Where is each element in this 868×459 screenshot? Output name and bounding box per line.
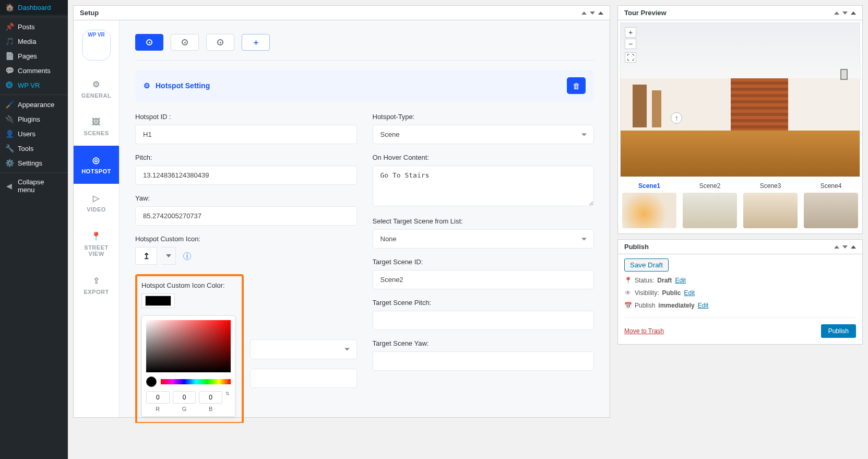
- hidden-select-under-picker[interactable]: [250, 339, 357, 359]
- pitch-label: Pitch:: [135, 154, 357, 161]
- dashboard-icon: 🏠: [5, 3, 14, 11]
- rgb-g-label: G: [173, 406, 196, 412]
- scene-thumb-1[interactable]: Scene1: [622, 182, 676, 228]
- wp-nav-appearance[interactable]: 🖌️Appearance: [0, 97, 68, 112]
- visibility-value: Public: [662, 289, 681, 297]
- wp-nav-settings[interactable]: ⚙️Settings: [0, 156, 68, 170]
- zoom-out-button[interactable]: −: [625, 39, 636, 49]
- wp-nav-collapse[interactable]: ◀Collapse menu: [0, 175, 68, 197]
- hotspot-slot-3-button[interactable]: [206, 34, 234, 51]
- wp-nav-dashboard[interactable]: 🏠Dashboard: [0, 0, 68, 15]
- scene-thumb-4[interactable]: Scene4: [804, 182, 858, 228]
- hover-content-input[interactable]: Go To Stairs: [373, 166, 594, 206]
- wp-nav-media[interactable]: 🎵Media: [0, 34, 68, 49]
- collapse-icon: ◀: [5, 182, 14, 190]
- vtab-video[interactable]: ▷VIDEO: [74, 184, 119, 222]
- vtab-general[interactable]: ⚙GENERAL: [74, 70, 119, 108]
- nav-label: Plugins: [18, 115, 40, 123]
- rgb-mode-toggle[interactable]: ⇅: [225, 391, 231, 412]
- custom-icon-dropdown[interactable]: [161, 247, 176, 265]
- panel-toggle-icon[interactable]: [851, 245, 856, 249]
- hotspot-slot-1-button[interactable]: [135, 34, 163, 51]
- target-scene-id-input[interactable]: [373, 270, 594, 289]
- save-draft-button[interactable]: Save Draft: [624, 258, 669, 272]
- wp-nav-users[interactable]: 👤Users: [0, 126, 68, 141]
- panorama-preview[interactable]: + − ⛶ ↑: [620, 22, 860, 177]
- hotspot-type-label: Hotspot-Type:: [373, 113, 594, 121]
- rgb-g-input[interactable]: [173, 391, 196, 404]
- panel-move-down-icon[interactable]: [842, 245, 848, 249]
- info-icon[interactable]: i: [183, 252, 191, 260]
- status-edit-link[interactable]: Edit: [675, 277, 686, 284]
- yaw-label: Yaw:: [135, 194, 357, 202]
- hotspot-id-input[interactable]: [135, 125, 357, 144]
- schedule-row: 📅 Publish immediately Edit: [624, 302, 856, 309]
- hidden-input-under-picker[interactable]: [250, 369, 357, 388]
- hotspot-type-select[interactable]: Scene: [373, 125, 594, 144]
- fullscreen-button[interactable]: ⛶: [625, 52, 636, 63]
- hover-content-label: On Hover Content:: [373, 154, 594, 161]
- rgb-r-input[interactable]: [146, 391, 170, 404]
- wpvr-icon: 🅦: [5, 81, 14, 89]
- wp-nav-tools[interactable]: 🔧Tools: [0, 141, 68, 156]
- wp-admin-sidebar: 🏠Dashboard 📌Posts 🎵Media 📄Pages 💬Comment…: [0, 0, 68, 423]
- vtab-streetview[interactable]: 📍STREET VIEW: [74, 222, 119, 266]
- hotspot-marker[interactable]: ↑: [671, 112, 682, 124]
- vtab-scenes[interactable]: 🖼SCENES: [74, 108, 119, 146]
- target-yaw-input[interactable]: [373, 351, 594, 371]
- vtab-hotspot[interactable]: ◎HOTSPOT: [74, 146, 119, 184]
- panel-toggle-icon[interactable]: [598, 11, 603, 15]
- target-pitch-input[interactable]: [373, 311, 594, 330]
- wp-nav-pages[interactable]: 📄Pages: [0, 49, 68, 63]
- nav-label: Pages: [18, 52, 37, 60]
- scene-thumbnails: Scene1 Scene2 Scene3 Scene4: [620, 177, 860, 231]
- scene-thumb-3[interactable]: Scene3: [743, 182, 798, 228]
- wp-nav-plugins[interactable]: 🔌Plugins: [0, 112, 68, 126]
- status-row: 📍 Status: Draft Edit: [624, 277, 856, 284]
- scene-name: Scene4: [804, 182, 858, 190]
- settings-icon: ⚙️: [5, 159, 14, 167]
- panel-move-up-icon[interactable]: [834, 245, 839, 249]
- panel-title: Setup: [80, 9, 99, 17]
- color-satval-area[interactable]: [146, 320, 231, 372]
- panel-move-up-icon[interactable]: [834, 11, 839, 15]
- pin-icon: 📌: [5, 22, 14, 31]
- hotspot-setting-title-row: ⚙Hotspot Setting 🗑: [135, 70, 594, 101]
- panel-title: Tour Preview: [624, 9, 667, 17]
- export-icon: ⇪: [76, 276, 117, 286]
- visibility-label: Visibility:: [635, 289, 659, 297]
- nav-label: Dashboard: [18, 4, 51, 11]
- zoom-in-button[interactable]: +: [625, 27, 636, 38]
- hotspot-slot-2-button[interactable]: [171, 34, 199, 51]
- target-dot-icon: [146, 39, 152, 45]
- tour-preview-panel: Tour Preview + − ⛶ ↑ Sc: [617, 5, 863, 234]
- hue-slider[interactable]: [161, 379, 231, 384]
- schedule-edit-link[interactable]: Edit: [698, 302, 709, 309]
- wp-nav-comments[interactable]: 💬Comments: [0, 63, 68, 78]
- target-yaw-label: Target Scene Yaw:: [373, 339, 594, 347]
- status-value: Draft: [657, 277, 672, 284]
- publish-button[interactable]: Publish: [821, 324, 856, 338]
- wp-nav-wpvr[interactable]: 🅦WP VR: [0, 78, 68, 92]
- panel-move-up-icon[interactable]: [581, 11, 587, 15]
- wp-nav-posts[interactable]: 📌Posts: [0, 19, 68, 34]
- hotspot-add-button[interactable]: ＋: [242, 34, 270, 51]
- panel-toggle-icon[interactable]: [851, 11, 856, 15]
- vtab-export[interactable]: ⇪EXPORT: [74, 266, 119, 304]
- rgb-b-input[interactable]: [199, 391, 222, 404]
- move-to-trash-link[interactable]: Move to Trash: [624, 327, 664, 335]
- delete-hotspot-button[interactable]: 🗑: [567, 77, 586, 94]
- color-swatch[interactable]: [145, 296, 171, 306]
- image-icon: 🖼: [76, 117, 117, 127]
- scene-thumb-2[interactable]: Scene2: [683, 182, 737, 228]
- gear-icon: ⚙: [144, 81, 150, 90]
- custom-icon-label: Hotspot Custom Icon:: [135, 235, 357, 243]
- select-target-scene[interactable]: None: [373, 229, 594, 249]
- visibility-edit-link[interactable]: Edit: [684, 289, 695, 297]
- yaw-input[interactable]: [135, 206, 357, 226]
- pitch-input[interactable]: [135, 166, 357, 185]
- brush-icon: 🖌️: [5, 100, 14, 109]
- panel-move-down-icon[interactable]: [590, 11, 595, 15]
- custom-icon-preview[interactable]: ↥: [135, 247, 157, 265]
- panel-move-down-icon[interactable]: [842, 11, 848, 15]
